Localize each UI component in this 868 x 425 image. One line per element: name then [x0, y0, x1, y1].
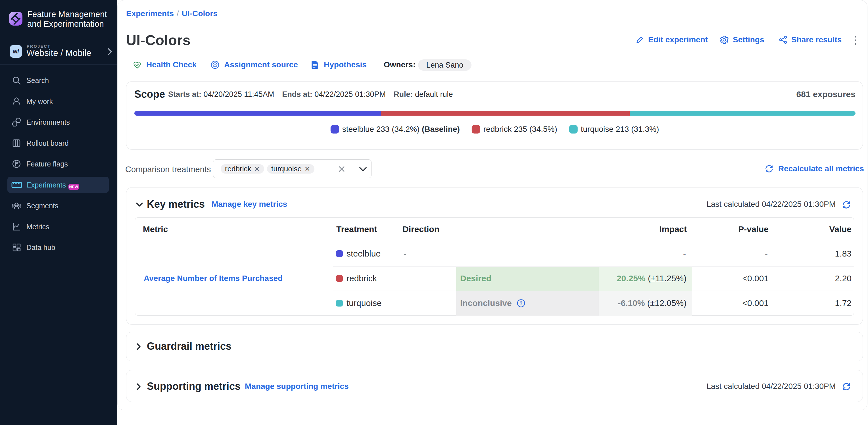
svg-text:?: ?: [520, 301, 522, 306]
